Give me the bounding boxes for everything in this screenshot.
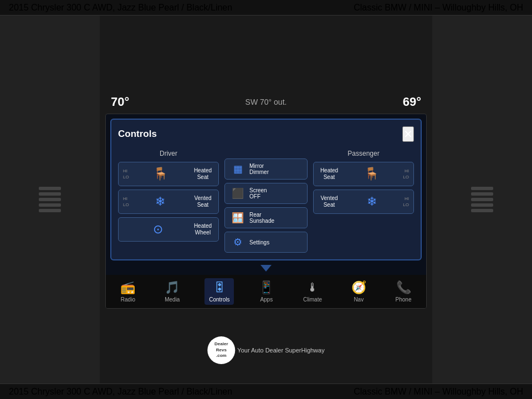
settings-icon: ⚙ [231, 236, 245, 248]
heated-wheel-hilo [123, 223, 124, 236]
screen-off-icon: ⬛ [231, 187, 245, 200]
apps-label: Apps [260, 296, 273, 303]
bottom-bar: 2015 Chrysler 300 C AWD, Jazz Blue Pearl… [0, 383, 532, 399]
driver-heated-seat-button[interactable]: HILO 🪑 HeatedSeat [118, 162, 219, 186]
nav-controls[interactable]: 🎛 Controls [204, 278, 234, 305]
nav-nav[interactable]: 🧭 Nav [347, 278, 371, 305]
apps-icon: 📱 [259, 280, 274, 295]
mirror-dimmer-button[interactable]: ▦ MirrorDimmer [224, 158, 308, 180]
heated-seat-hilo: HILO [123, 168, 129, 180]
vented-seat-hilo: HILO [123, 196, 129, 208]
controls-body: Driver HILO 🪑 HeatedSeat HILO ❄ VentedSe… [118, 150, 414, 253]
nav-media[interactable]: 🎵 Media [160, 278, 184, 305]
rear-sunshade-icon: 🪟 [231, 212, 245, 224]
driver-heated-wheel-button[interactable]: ⊙ HeatedWheel [118, 217, 219, 242]
driver-section: Driver HILO 🪑 HeatedSeat HILO ❄ VentedSe… [118, 150, 219, 253]
nav-nav-label: Nav [354, 296, 364, 303]
nav-icon: 🧭 [351, 280, 366, 295]
mirror-dimmer-icon: ▦ [231, 163, 245, 175]
bottom-bar-left: 2015 Chrysler 300 C AWD, Jazz Blue Pearl… [9, 387, 232, 397]
controls-window: Controls ✕ Driver HILO 🪑 HeatedSeat [110, 119, 422, 260]
climate-label: Climate [303, 296, 322, 303]
pass-vented-seat-hilo: HILO [403, 196, 409, 208]
pass-vented-seat-icon: ❄ [344, 195, 400, 209]
nav-radio[interactable]: 📻 Radio [116, 278, 140, 305]
weather-center: SW 70° out. [245, 98, 287, 106]
temp-left: 70° [111, 95, 129, 109]
driver-label: Driver [118, 150, 219, 157]
pass-heated-seat-hilo: HILO [403, 168, 409, 180]
top-bar-left: 2015 Chrysler 300 C AWD, Jazz Blue Pearl… [9, 3, 232, 13]
heated-wheel-label: HeatedWheel [192, 223, 214, 236]
heated-seat-icon: 🪑 [132, 167, 188, 181]
top-bar: 2015 Chrysler 300 C AWD, Jazz Blue Pearl… [0, 0, 532, 16]
pass-heated-seat-label: HeatedSeat [318, 167, 340, 181]
passenger-section: Passenger HILO 🪑 HeatedSeat HILO ❄ Vente… [313, 150, 414, 253]
screen-top: 70° SW 70° out. 69° [100, 90, 432, 114]
top-bar-right: Classic BMW / MINI – Willoughby Hills, O… [354, 3, 523, 13]
screen-nav: 📻 Radio 🎵 Media 🎛 Controls 📱 Apps 🌡 [106, 275, 426, 308]
vented-seat-label: VentedSeat [192, 195, 214, 208]
left-vent [39, 187, 61, 212]
heated-wheel-icon: ⊙ [127, 222, 188, 237]
passenger-heated-seat-button[interactable]: HILO 🪑 HeatedSeat [313, 162, 414, 186]
heated-seat-label: HeatedSeat [192, 167, 214, 181]
passenger-label: Passenger [313, 150, 414, 157]
left-panel [0, 16, 100, 383]
pass-heated-seat-icon: 🪑 [344, 167, 400, 181]
watermark: DealerRevs.com Your Auto Dealer SuperHig… [207, 336, 324, 364]
nav-phone[interactable]: 📞 Phone [391, 278, 416, 305]
climate-icon: 🌡 [306, 280, 319, 295]
radio-label: Radio [121, 296, 135, 303]
middle-section: ▦ MirrorDimmer ⬛ ScreenOFF 🪟 RearSunshad… [224, 150, 308, 253]
watermark-logo-text: DealerRevs.com [214, 341, 228, 359]
right-panel [432, 16, 532, 383]
nav-climate[interactable]: 🌡 Climate [299, 278, 326, 305]
settings-label: Settings [249, 239, 269, 245]
settings-button[interactable]: ⚙ Settings [224, 232, 308, 253]
rear-sunshade-label: RearSunshade [249, 212, 274, 224]
driver-vented-seat-button[interactable]: HILO ❄ VentedSeat [118, 190, 219, 214]
media-icon: 🎵 [165, 280, 180, 295]
nav-apps[interactable]: 📱 Apps [254, 278, 278, 305]
controls-icon: 🎛 [213, 280, 226, 295]
nav-arrow [106, 265, 426, 272]
right-vent [471, 187, 493, 212]
phone-label: Phone [396, 296, 412, 303]
center-screen-wrapper: 70° SW 70° out. 69° Controls ✕ Driver [100, 16, 432, 383]
pass-vented-seat-label: VentedSeat [318, 195, 340, 208]
watermark-logo: DealerRevs.com [207, 336, 235, 364]
close-button[interactable]: ✕ [402, 126, 414, 142]
media-label: Media [165, 296, 180, 303]
passenger-vented-seat-button[interactable]: HILO ❄ VentedSeat [313, 190, 414, 214]
mirror-dimmer-label: MirrorDimmer [249, 163, 269, 175]
watermark-tagline: Your Auto Dealer SuperHighway [237, 347, 324, 354]
temp-right: 69° [403, 95, 421, 109]
vented-seat-icon: ❄ [132, 195, 188, 209]
bottom-bar-right: Classic BMW / MINI – Willoughby Hills, O… [354, 387, 523, 397]
screen-container: 70° SW 70° out. 69° Controls ✕ Driver [100, 90, 432, 309]
radio-icon: 📻 [120, 280, 135, 295]
controls-header: Controls ✕ [118, 126, 414, 142]
rear-sunshade-button[interactable]: 🪟 RearSunshade [224, 207, 308, 228]
screen-off-label: ScreenOFF [249, 187, 267, 200]
controls-nav-label: Controls [209, 296, 229, 303]
screen-off-button[interactable]: ⬛ ScreenOFF [224, 183, 308, 204]
controls-title: Controls [118, 129, 157, 140]
phone-icon: 📞 [396, 280, 411, 295]
infotainment-screen: Controls ✕ Driver HILO 🪑 HeatedSeat [105, 114, 427, 309]
arrow-triangle [260, 265, 272, 272]
